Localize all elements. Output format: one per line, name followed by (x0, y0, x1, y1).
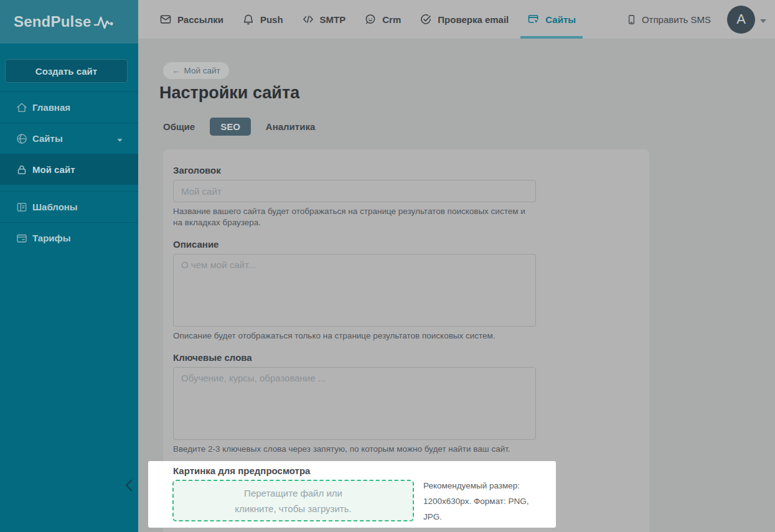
title-help-text: Название вашего сайта будет отображаться… (173, 206, 536, 228)
back-button[interactable]: ← Мой сайт (163, 62, 229, 79)
avatar[interactable]: A (727, 6, 755, 34)
back-button-label: Мой сайт (184, 66, 220, 75)
active-tab-underline (520, 36, 583, 39)
sidebar: SendPulse Создать сайт Главная (0, 0, 138, 532)
topnav-item-smtp[interactable]: SMTP (302, 0, 346, 39)
topnav-item-label: Crm (382, 14, 401, 25)
topnav-item-sites[interactable]: Сайты (527, 0, 576, 39)
tab-general[interactable]: Общие (163, 121, 195, 132)
topnav-item-label: Push (260, 14, 283, 25)
upload-hint-line3: JPG. (423, 509, 548, 525)
title-label: Заголовок (173, 165, 639, 175)
sidebar-item-label: Шаблоны (32, 202, 78, 212)
topnav-item-email-verify[interactable]: Проверка email (420, 0, 509, 39)
app-window: SendPulse Создать сайт Главная (0, 0, 775, 532)
keywords-label: Ключевые слова (173, 352, 639, 363)
upload-hint-line2: 1200x630px. Формат: PNG, (423, 493, 548, 509)
smiley-bubble-icon (364, 13, 377, 26)
dropzone-text-line1: Перетащите файл или (244, 485, 342, 501)
field-description: Описание Описание будет отображаться тол… (173, 239, 639, 342)
field-title: Заголовок Название вашего сайта будет от… (173, 165, 639, 228)
sidebar-item-label: Тарифы (32, 233, 70, 243)
sidebar-item-label: Сайты (32, 133, 63, 144)
home-icon (16, 101, 28, 114)
sidebar-item-home[interactable]: Главная (0, 91, 138, 123)
envelope-icon (159, 13, 172, 26)
topnav-item-mailings[interactable]: Рассылки (159, 0, 223, 39)
topnav-item-label: Сайты (545, 14, 576, 25)
settings-tabs: Общие SEO Аналитика (163, 118, 315, 136)
title-input[interactable] (173, 180, 536, 202)
template-icon (16, 201, 28, 213)
sidebar-collapse-button[interactable] (122, 477, 137, 494)
preview-image-label: Картинка для предпросмотра (173, 465, 310, 476)
image-dropzone[interactable]: Перетащите файл или кликните, чтобы загр… (172, 480, 414, 521)
tab-seo[interactable]: SEO (210, 118, 251, 136)
sidebar-item-label: Главная (32, 102, 70, 113)
topbar-nav: Рассылки Push SMTP (138, 0, 576, 39)
sidebar-item-sites[interactable]: Сайты (0, 123, 138, 154)
dropzone-text-line2: кликните, чтобы загрузить. (235, 501, 351, 516)
description-help-text: Описание будет отображаться только на ст… (173, 330, 536, 342)
create-site-button[interactable]: Создать сайт (5, 59, 128, 83)
brand-logo-text: SendPulse (14, 13, 92, 30)
topnav-item-label: Проверка email (438, 14, 509, 25)
check-circle-icon (420, 13, 432, 26)
brand-logo[interactable]: SendPulse (14, 13, 115, 30)
topnav-item-label: Рассылки (177, 14, 223, 25)
bell-icon (242, 13, 255, 26)
upload-spotlight-panel: Картинка для предпросмотра Перетащите фа… (148, 461, 556, 528)
main-content: ← Мой сайт Настройки сайта Общие SEO Ана… (138, 39, 775, 532)
field-keywords: Ключевые слова Введите 2-3 ключевых слов… (173, 352, 639, 455)
topnav-item-crm[interactable]: Crm (364, 0, 401, 39)
chevron-down-icon (116, 135, 123, 142)
browser-cursor-icon (527, 13, 540, 26)
chevron-left-icon (122, 477, 137, 494)
sidebar-item-pricing[interactable]: Тарифы (0, 222, 138, 253)
keywords-textarea[interactable] (173, 367, 536, 440)
topbar: Рассылки Push SMTP (138, 0, 775, 39)
code-icon (302, 13, 314, 26)
wallet-icon (16, 232, 28, 245)
pulse-icon (93, 13, 115, 30)
sidebar-nav-secondary: Шаблоны Тарифы (0, 191, 138, 253)
upload-hint-line1: Рекомендуемый размер: (423, 478, 548, 493)
phone-icon (626, 14, 637, 26)
keywords-help-text: Введите 2-3 ключевых слова через запятую… (173, 444, 536, 455)
topbar-right: Отправить SMS A (626, 0, 775, 39)
sidebar-item-label: Мой сайт (32, 164, 75, 175)
sidebar-item-my-site[interactable]: Мой сайт (0, 154, 138, 185)
send-sms-label: Отправить SMS (642, 14, 711, 25)
description-label: Описание (173, 239, 639, 250)
upload-hint-text: Рекомендуемый размер: 1200x630px. Формат… (423, 478, 548, 525)
avatar-caret-icon[interactable] (760, 19, 766, 23)
back-arrow-icon: ← (172, 66, 181, 75)
send-sms-button[interactable]: Отправить SMS (626, 14, 711, 26)
sidebar-header: SendPulse (0, 0, 138, 44)
sidebar-item-templates[interactable]: Шаблоны (0, 191, 138, 222)
globe-icon (16, 133, 28, 145)
lock-icon (16, 164, 28, 176)
topnav-item-push[interactable]: Push (242, 0, 283, 39)
description-textarea[interactable] (173, 254, 536, 327)
page-title: Настройки сайта (159, 83, 299, 103)
sidebar-nav-main: Главная Сайты Мой сай (0, 91, 138, 185)
topnav-item-label: SMTP (320, 14, 346, 25)
tab-analytics[interactable]: Аналитика (266, 121, 315, 132)
